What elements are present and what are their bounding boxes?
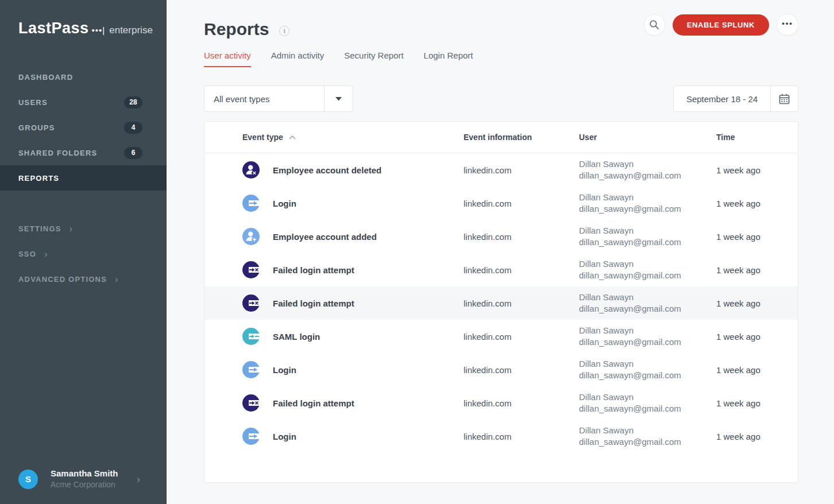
table-row[interactable]: Login linkedin.com Dillan Sawayn dillan_…	[204, 420, 798, 453]
search-icon	[649, 20, 659, 30]
chevron-down-icon	[335, 97, 342, 101]
main-content: Reports i ENABLE SPLUNK ••• User activit…	[167, 0, 834, 504]
tab-security-report[interactable]: Security Report	[344, 51, 403, 67]
sidebar: LastPass •••| enterprise DASHBOARD USERS…	[0, 0, 167, 504]
user-account-footer[interactable]: S Samantha Smith Acme Corporation ›	[0, 455, 167, 504]
sidebar-item-advanced-options[interactable]: ADVANCED OPTIONS ›	[0, 266, 167, 292]
sidebar-nav: DASHBOARD USERS 28 GROUPS 4 SHARED FOLDE…	[0, 64, 167, 191]
avatar: S	[18, 470, 38, 489]
table-row[interactable]: Failed login attempt linkedin.com Dillan…	[204, 286, 798, 320]
event-time: 1 week ago	[716, 199, 798, 208]
failed-login-icon	[242, 394, 260, 412]
event-type-selected-value: All event types	[204, 94, 324, 104]
table-row[interactable]: Failed login attempt linkedin.com Dillan…	[204, 386, 798, 420]
sidebar-item-label: USERS	[18, 98, 48, 107]
table-row[interactable]: Failed login attempt linkedin.com Dillan…	[204, 253, 798, 286]
sidebar-item-dashboard[interactable]: DASHBOARD	[0, 64, 167, 90]
brand-suffix: enterprise	[109, 25, 153, 36]
table-header-row: Event type Event information User Time	[204, 122, 798, 153]
user-added-icon	[242, 228, 260, 245]
user-email: dillan_sawayn@gmail.com	[579, 170, 716, 181]
column-header-event-type[interactable]: Event type	[242, 133, 464, 142]
column-header-user: User	[579, 133, 716, 142]
count-badge: 28	[124, 96, 142, 108]
column-header-event-information: Event information	[464, 133, 579, 142]
tab-admin-activity[interactable]: Admin activity	[271, 51, 325, 67]
user-full-name: Dillan Sawayn	[579, 292, 716, 303]
event-type-label: Failed login attempt	[273, 265, 354, 275]
user-name: Samantha Smith	[51, 468, 129, 479]
sidebar-item-label: REPORTS	[18, 174, 59, 183]
sidebar-item-groups[interactable]: GROUPS 4	[0, 115, 167, 140]
sidebar-item-shared-folders[interactable]: SHARED FOLDERS 6	[0, 140, 167, 165]
event-type-label: SAML login	[273, 332, 320, 342]
date-range-picker[interactable]: September 18 - 24	[673, 86, 798, 112]
user-email: dillan_sawayn@gmail.com	[579, 370, 716, 381]
event-information: linkedin.com	[464, 165, 579, 175]
table-body: Employee account deleted linkedin.com Di…	[204, 153, 798, 453]
user-email: dillan_sawayn@gmail.com	[579, 403, 716, 414]
enable-splunk-button[interactable]: ENABLE SPLUNK	[673, 14, 769, 36]
sidebar-item-reports[interactable]: REPORTS	[0, 165, 167, 191]
event-time: 1 week ago	[716, 332, 798, 342]
event-type-label: Employee account added	[273, 232, 377, 242]
info-icon[interactable]: i	[279, 26, 289, 36]
event-information: linkedin.com	[464, 298, 579, 308]
date-range-value: September 18 - 24	[674, 94, 770, 104]
user-full-name: Dillan Sawayn	[579, 425, 716, 436]
event-type-label: Employee account deleted	[273, 165, 381, 175]
event-information: linkedin.com	[464, 432, 579, 441]
lastpass-logo: LastPass •••| enterprise	[0, 0, 167, 37]
event-type-select[interactable]: All event types	[204, 86, 353, 112]
event-type-label: Login	[273, 432, 296, 441]
chevron-right-icon: ›	[70, 224, 74, 234]
sidebar-item-label: ADVANCED OPTIONS	[18, 275, 107, 284]
more-options-button[interactable]: •••	[777, 14, 798, 36]
tab-user-activity[interactable]: User activity	[204, 51, 251, 67]
tab-login-report[interactable]: Login Report	[424, 51, 473, 67]
sidebar-item-label: SHARED FOLDERS	[18, 149, 97, 157]
failed-login-icon	[242, 294, 260, 312]
sidebar-item-settings[interactable]: SETTINGS ›	[0, 216, 167, 241]
ellipsis-icon: •••	[782, 20, 793, 30]
sidebar-item-label: GROUPS	[18, 123, 55, 132]
search-button[interactable]	[644, 14, 665, 36]
sort-ascending-icon	[289, 135, 296, 139]
event-type-label: Failed login attempt	[273, 398, 354, 408]
user-email: dillan_sawayn@gmail.com	[579, 436, 716, 448]
report-tabs: User activityAdmin activitySecurity Repo…	[204, 51, 834, 67]
event-type-label: Login	[273, 365, 296, 375]
event-time: 1 week ago	[716, 165, 798, 175]
user-org: Acme Corporation	[51, 479, 129, 490]
user-full-name: Dillan Sawayn	[579, 258, 716, 270]
user-email: dillan_sawayn@gmail.com	[579, 203, 716, 215]
event-time: 1 week ago	[716, 265, 798, 275]
sidebar-item-label: DASHBOARD	[18, 73, 73, 82]
table-row[interactable]: Employee account added linkedin.com Dill…	[204, 220, 798, 253]
event-information: linkedin.com	[464, 232, 579, 242]
user-full-name: Dillan Sawayn	[579, 391, 716, 403]
table-row[interactable]: SAML login linkedin.com Dillan Sawayn di…	[204, 320, 798, 353]
event-information: linkedin.com	[464, 199, 579, 208]
column-header-time: Time	[716, 133, 798, 142]
user-full-name: Dillan Sawayn	[579, 358, 716, 370]
sidebar-item-label: SETTINGS	[18, 224, 61, 233]
event-time: 1 week ago	[716, 298, 798, 308]
sidebar-item-label: SSO	[18, 250, 36, 258]
user-full-name: Dillan Sawayn	[579, 325, 716, 336]
failed-login-icon	[242, 261, 260, 278]
chevron-right-icon: ›	[44, 249, 48, 259]
event-type-label: Failed login attempt	[273, 298, 354, 308]
table-row[interactable]: Login linkedin.com Dillan Sawayn dillan_…	[204, 353, 798, 386]
calendar-icon	[779, 94, 790, 104]
event-time: 1 week ago	[716, 398, 798, 408]
event-information: linkedin.com	[464, 265, 579, 275]
table-row[interactable]: Login linkedin.com Dillan Sawayn dillan_…	[204, 187, 798, 220]
page-title: Reports	[204, 20, 269, 39]
table-row[interactable]: Employee account deleted linkedin.com Di…	[204, 153, 798, 187]
user-full-name: Dillan Sawayn	[579, 225, 716, 237]
sidebar-item-sso[interactable]: SSO ›	[0, 241, 167, 266]
sidebar-item-users[interactable]: USERS 28	[0, 90, 167, 115]
event-information: linkedin.com	[464, 365, 579, 375]
select-caret-segment	[324, 86, 353, 111]
